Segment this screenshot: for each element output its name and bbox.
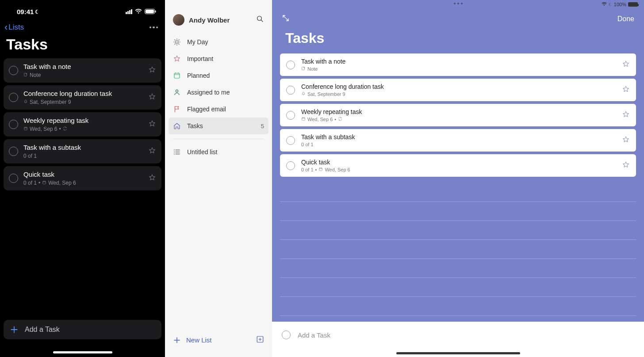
note-icon — [301, 66, 306, 72]
status-time: 09:41 — [17, 8, 34, 15]
more-options-button[interactable] — [150, 27, 158, 29]
star-button[interactable] — [622, 110, 630, 120]
sidebar-item-assigned-to-me[interactable]: Assigned to me — [169, 84, 268, 101]
task-row[interactable]: Quick task0 of 1 • Wed, Sep 6 — [280, 154, 636, 177]
sidebar-item-label: My Day — [187, 38, 208, 46]
phone-add-task-button[interactable]: Add a Task — [4, 320, 161, 339]
sidebar-item-planned[interactable]: Planned — [169, 67, 268, 84]
task-checkbox[interactable] — [286, 161, 295, 170]
sidebar-item-count: 5 — [261, 123, 264, 129]
task-checkbox[interactable] — [286, 61, 295, 69]
task-checkbox[interactable] — [9, 174, 18, 183]
star-button[interactable] — [622, 85, 630, 95]
star-button[interactable] — [148, 147, 156, 156]
sidebar-item-tasks[interactable]: Tasks5 — [169, 118, 268, 134]
task-row[interactable]: Quick task0 of 1 • Wed, Sep 6 — [4, 166, 161, 190]
task-checkbox[interactable] — [286, 111, 295, 120]
task-title: Task with a note — [301, 58, 616, 65]
sidebar-smart-lists: My DayImportantPlannedAssigned to meFlag… — [165, 34, 272, 134]
task-meta: Note — [23, 72, 143, 78]
star-button[interactable] — [622, 136, 630, 145]
task-row[interactable]: Weekly repeating taskWed, Sep 6 • — [4, 112, 161, 137]
calendar-icon — [173, 72, 181, 80]
sidebar-item-flagged-email[interactable]: Flagged email — [169, 101, 268, 118]
chevron-left-icon: ‹ — [4, 22, 8, 33]
sidebar-footer: New List — [165, 327, 272, 357]
task-row[interactable]: Conference long duration taskSat, Septem… — [4, 85, 161, 110]
back-to-lists-button[interactable]: ‹ Lists — [4, 22, 24, 33]
sidebar-item-label: Planned — [187, 72, 210, 79]
task-meta: Sat, September 9 — [23, 99, 143, 105]
task-checkbox[interactable] — [9, 93, 18, 102]
star-button[interactable] — [148, 66, 156, 76]
phone-task-list: Task with a noteNoteConference long dura… — [0, 58, 165, 190]
sidebar-item-my-day[interactable]: My Day — [169, 34, 268, 50]
task-title: Task with a subtask — [23, 144, 143, 151]
new-group-button[interactable] — [256, 335, 264, 345]
user-avatar[interactable] — [173, 14, 184, 26]
svg-rect-2 — [155, 11, 156, 13]
task-meta-extra: Wed, Sep 6 — [325, 167, 350, 172]
task-list-background[interactable] — [280, 183, 636, 322]
back-label: Lists — [8, 23, 24, 32]
task-row[interactable]: Task with a subtask0 of 1 — [4, 139, 161, 163]
main-task-list: Task with a noteNoteConference long dura… — [272, 53, 644, 177]
moon-icon: ☾ — [609, 2, 612, 7]
bell-icon — [301, 91, 306, 97]
task-meta-text: 0 of 1 — [301, 142, 314, 147]
done-button[interactable]: Done — [617, 15, 634, 23]
task-meta-text: 0 of 1 — [23, 180, 37, 186]
task-checkbox[interactable] — [286, 86, 295, 95]
plus-icon — [10, 325, 19, 334]
do-not-disturb-icon: ☾ — [35, 9, 40, 15]
task-meta-text: Note — [307, 66, 318, 72]
task-checkbox[interactable] — [9, 66, 18, 75]
task-checkbox[interactable] — [282, 330, 291, 339]
task-meta: 0 of 1 — [301, 142, 616, 147]
list-icon — [173, 148, 181, 156]
task-title: Conference long duration task — [23, 90, 143, 97]
task-checkbox[interactable] — [9, 120, 18, 129]
expand-button[interactable] — [282, 14, 290, 24]
star-button[interactable] — [622, 60, 630, 70]
phone-panel: 09:41 ☾ ‹ Lists Tasks Task with a noteNo… — [0, 0, 165, 357]
task-meta-text: Wed, Sep 6 — [307, 117, 333, 122]
main-add-task-row[interactable]: Add a Task — [272, 322, 644, 357]
svg-rect-1 — [146, 10, 154, 13]
star-button[interactable] — [148, 174, 156, 183]
task-meta-text: Wed, Sep 6 — [30, 126, 57, 132]
star-button[interactable] — [622, 161, 630, 171]
task-row[interactable]: Weekly repeating taskWed, Sep 6 • — [280, 104, 636, 126]
multitask-dots-icon[interactable] — [454, 3, 463, 4]
sidebar-item-important[interactable]: Important — [169, 50, 268, 67]
user-name[interactable]: Andy Wolber — [189, 16, 252, 24]
star-button[interactable] — [148, 93, 156, 103]
task-row[interactable]: Task with a noteNote — [4, 58, 161, 83]
sidebar-separator — [173, 139, 264, 139]
task-title: Quick task — [301, 159, 616, 166]
task-meta: Note — [301, 66, 616, 72]
task-checkbox[interactable] — [286, 136, 295, 145]
new-list-button[interactable]: New List — [173, 336, 251, 344]
ipad-status-bar: ☾ 100% — [602, 2, 638, 7]
task-checkbox[interactable] — [9, 147, 18, 156]
new-list-label: New List — [186, 336, 212, 344]
task-meta: 0 of 1 • Wed, Sep 6 — [23, 180, 143, 186]
sidebar-item-untitled-list[interactable]: Untitled list — [169, 144, 268, 160]
repeat-icon — [63, 126, 67, 132]
task-title: Weekly repeating task — [23, 117, 143, 124]
sidebar-user-lists: Untitled list — [165, 144, 272, 160]
svg-rect-4 — [24, 127, 27, 130]
battery-icon — [145, 8, 156, 15]
task-meta-extra: Wed, Sep 6 — [48, 180, 76, 186]
task-row[interactable]: Task with a noteNote — [280, 53, 636, 76]
cal-icon — [301, 117, 306, 122]
svg-point-11 — [174, 152, 175, 152]
task-row[interactable]: Conference long duration taskSat, Septem… — [280, 79, 636, 101]
task-row[interactable]: Task with a subtask0 of 1 — [280, 129, 636, 152]
star-button[interactable] — [148, 120, 156, 129]
search-button[interactable] — [256, 15, 264, 25]
svg-point-9 — [176, 90, 178, 92]
sun-icon — [173, 38, 181, 46]
note-icon — [23, 72, 28, 78]
